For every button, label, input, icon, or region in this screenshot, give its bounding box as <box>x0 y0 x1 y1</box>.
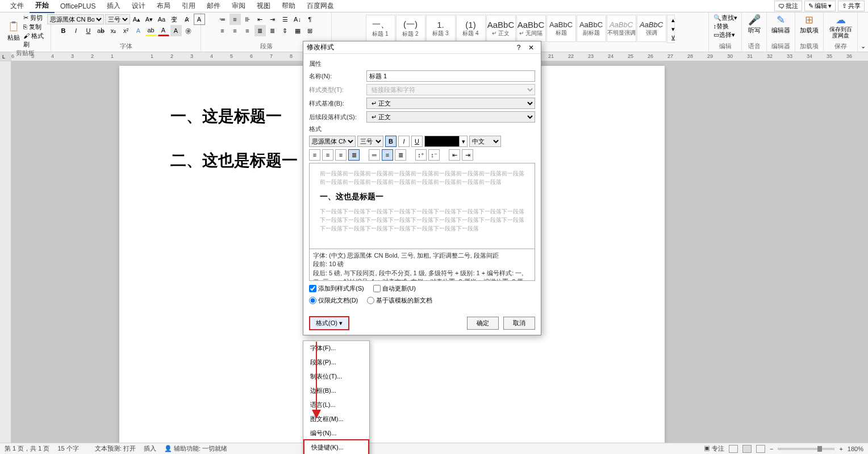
font-family-select[interactable]: 思源黑体 CN Bo <box>47 14 104 24</box>
menu-home[interactable]: 开始 <box>30 0 55 13</box>
borders-button[interactable]: ⊞ <box>304 25 316 36</box>
grow-font-button[interactable]: A▴ <box>131 14 143 25</box>
cut-button[interactable]: ✂ 剪切 <box>23 14 47 22</box>
decrease-indent-button[interactable]: ⇤ <box>254 14 266 25</box>
menu-help[interactable]: 帮助 <box>276 0 301 12</box>
subscript-button[interactable]: x₂ <box>108 25 119 36</box>
dialog-help-button[interactable]: ? <box>512 44 525 52</box>
clear-format-button[interactable]: A̷ <box>181 14 193 25</box>
zoom-slider[interactable] <box>778 448 834 450</box>
menu-numbering[interactable]: 编号(N)... <box>303 426 369 440</box>
format-menu-button[interactable]: 格式(O) ▾ <box>309 316 349 330</box>
italic-button[interactable]: I <box>70 25 82 36</box>
comments-button[interactable]: 🗨批注 <box>774 1 802 11</box>
style-heading4[interactable]: (1)标题 4 <box>456 15 486 42</box>
dlg-font-size-select[interactable]: 三号 <box>357 136 383 147</box>
dlg-color-swatch[interactable] <box>424 136 460 147</box>
char-shading-button[interactable]: A <box>170 25 182 36</box>
dlg-align-left[interactable]: ≡ <box>309 149 320 161</box>
justify-button[interactable]: ≣ <box>254 25 266 36</box>
word-count[interactable]: 15 个字 <box>57 444 78 453</box>
styles-scroll-down[interactable]: ▾ <box>667 24 679 33</box>
strike-button[interactable]: ab̶ <box>95 25 107 36</box>
align-center-button[interactable]: ≡ <box>229 25 241 36</box>
menu-tabs[interactable]: 制表位(T)... <box>303 369 369 384</box>
menu-review[interactable]: 审阅 <box>226 0 251 12</box>
dialog-close-button[interactable]: ✕ <box>525 44 537 52</box>
zoom-out-button[interactable]: − <box>770 445 773 452</box>
menu-font[interactable]: 字体(F)... <box>303 341 369 355</box>
menu-frame[interactable]: 图文框(M)... <box>303 412 369 426</box>
enclose-char-button[interactable]: ㊝ <box>183 25 194 36</box>
style-heading3[interactable]: 1.标题 3 <box>426 15 456 42</box>
style-heading1[interactable]: 一、标题 1 <box>366 15 395 42</box>
menu-view[interactable]: 视图 <box>251 0 276 12</box>
following-select[interactable]: ↵ 正文 <box>366 111 535 123</box>
paste-button[interactable]: 粘贴 <box>3 14 23 49</box>
editor-button[interactable]: ✎编辑器 <box>770 14 792 35</box>
style-subtle[interactable]: AaBbC不明显强调 <box>607 15 636 42</box>
zoom-in-button[interactable]: + <box>839 445 842 452</box>
menu-officeplus[interactable]: OfficePLUS <box>55 1 101 12</box>
menu-design[interactable]: 设计 <box>126 0 151 12</box>
phonetic-button[interactable]: 变 <box>169 14 180 25</box>
numbering-button[interactable]: ≡ <box>229 14 241 25</box>
multilevel-button[interactable]: ⊪ <box>242 14 253 25</box>
read-mode-button[interactable] <box>729 445 738 453</box>
share-button[interactable]: ⇪共享 <box>838 1 865 11</box>
align-right-button[interactable]: ≡ <box>242 25 253 36</box>
dictate-button[interactable]: 🎤听写 <box>743 14 766 35</box>
menu-shortcut[interactable]: 快捷键(K)... <box>303 439 369 454</box>
format-painter-button[interactable]: 🖌 格式刷 <box>23 32 47 49</box>
dlg-align-center[interactable]: ≡ <box>322 149 333 161</box>
text-prediction[interactable]: 文本预测: 打开 <box>95 444 136 453</box>
dlg-lang-select[interactable]: 中文 <box>469 136 501 147</box>
dlg-italic-button[interactable]: I <box>398 136 410 147</box>
find-button[interactable]: 🔍查找▾ <box>713 14 737 22</box>
based-on-select[interactable]: ↵ 正文 <box>366 98 535 109</box>
dlg-bold-button[interactable]: B <box>385 136 397 147</box>
dlg-indent-inc[interactable]: ⇥ <box>462 149 473 161</box>
styles-scroll-up[interactable]: ▴ <box>667 15 679 24</box>
collapse-ribbon-button[interactable]: ⌄ <box>858 40 868 52</box>
dlg-space-before-inc[interactable]: ↕⁺ <box>415 149 427 161</box>
dialog-titlebar[interactable]: 修改样式 ? ✕ <box>303 41 541 54</box>
dlg-double-space[interactable]: ≣ <box>395 149 406 161</box>
save-baidu-button[interactable]: ☁保存到百度网盘 <box>829 14 852 39</box>
dlg-space-before-dec[interactable]: ↕⁻ <box>428 149 440 161</box>
ltr-button[interactable]: ☰ <box>279 14 291 25</box>
text-effects-button[interactable]: A <box>133 25 144 36</box>
menu-baidu[interactable]: 百度网盘 <box>301 0 340 12</box>
change-case-button[interactable]: Aa <box>156 14 168 25</box>
dlg-underline-button[interactable]: U <box>411 136 423 147</box>
add-to-gallery-checkbox[interactable]: 添加到样式库(S) <box>309 284 364 293</box>
zoom-level[interactable]: 180% <box>848 445 863 452</box>
style-heading2[interactable]: (一)标题 2 <box>396 15 425 42</box>
font-size-select[interactable]: 三号 <box>105 14 130 24</box>
dlg-indent-dec[interactable]: ⇤ <box>449 149 460 161</box>
page-count[interactable]: 第 1 页，共 1 页 <box>5 444 49 453</box>
style-emphasis[interactable]: AaBbC强调 <box>637 15 666 42</box>
menu-paragraph[interactable]: 段落(P)... <box>303 355 369 369</box>
dlg-color-dropdown[interactable]: ▾ <box>460 136 468 147</box>
dlg-align-right[interactable]: ≡ <box>335 149 347 161</box>
name-input[interactable] <box>366 70 535 82</box>
auto-update-checkbox[interactable]: 自动更新(U) <box>373 284 416 293</box>
dlg-single-space[interactable]: ═ <box>369 149 380 161</box>
menu-references[interactable]: 引用 <box>176 0 201 12</box>
superscript-button[interactable]: x² <box>120 25 132 36</box>
bullets-button[interactable]: ≔ <box>217 14 228 25</box>
dlg-font-family-select[interactable]: 思源黑体 CN B <box>309 136 356 147</box>
style-subtitle[interactable]: AaBbC副标题 <box>577 15 606 42</box>
show-marks-button[interactable]: ¶ <box>304 14 316 25</box>
highlight-button[interactable]: ab <box>145 25 157 36</box>
shrink-font-button[interactable]: A▾ <box>144 14 155 25</box>
replace-button[interactable]: ↕替换 <box>713 22 737 31</box>
only-this-doc-radio[interactable]: 仅限此文档(D) <box>309 296 358 305</box>
font-color-button[interactable]: A <box>158 25 169 36</box>
menu-mailings[interactable]: 邮件 <box>201 0 226 12</box>
select-button[interactable]: ▭选择▾ <box>713 31 737 39</box>
print-layout-button[interactable] <box>742 445 752 453</box>
style-title[interactable]: AaBbC标题 <box>546 15 576 42</box>
web-layout-button[interactable] <box>756 445 765 453</box>
